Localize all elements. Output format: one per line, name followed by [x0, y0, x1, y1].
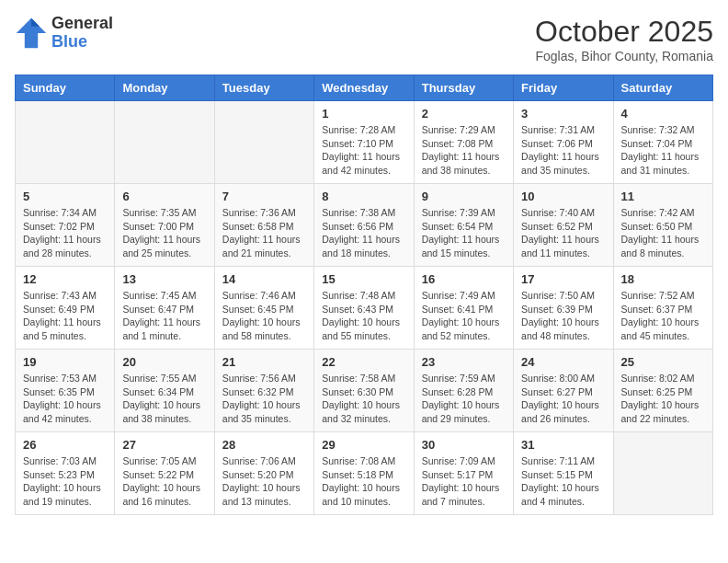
day-number: 1 [322, 107, 405, 121]
day-info: Sunrise: 8:00 AM Sunset: 6:27 PM Dayligh… [521, 372, 605, 426]
day-info: Sunrise: 7:06 AM Sunset: 5:20 PM Dayligh… [222, 454, 306, 509]
day-info: Sunrise: 7:08 AM Sunset: 5:18 PM Dayligh… [322, 454, 405, 509]
day-number: 9 [422, 190, 506, 203]
logo-blue-text: Blue [51, 33, 113, 52]
calendar-cell: 10Sunrise: 7:40 AM Sunset: 6:52 PM Dayli… [514, 184, 613, 267]
day-number: 28 [222, 438, 306, 452]
month-title: October 2025 [535, 15, 713, 49]
day-info: Sunrise: 7:52 AM Sunset: 6:37 PM Dayligh… [621, 289, 705, 343]
day-number: 5 [23, 190, 107, 203]
day-info: Sunrise: 7:46 AM Sunset: 6:45 PM Dayligh… [222, 289, 306, 343]
day-number: 10 [521, 190, 605, 203]
day-info: Sunrise: 7:42 AM Sunset: 6:50 PM Dayligh… [621, 206, 705, 260]
calendar-cell [214, 101, 313, 184]
weekday-header-tuesday: Tuesday [214, 75, 313, 101]
calendar-cell: 12Sunrise: 7:43 AM Sunset: 6:49 PM Dayli… [16, 267, 115, 350]
calendar-cell [16, 101, 115, 184]
location-title: Foglas, Bihor County, Romania [535, 49, 713, 63]
day-number: 7 [222, 190, 306, 203]
calendar-cell: 1Sunrise: 7:28 AM Sunset: 7:10 PM Daylig… [314, 101, 414, 184]
day-number: 11 [621, 190, 705, 203]
week-row-2: 5Sunrise: 7:34 AM Sunset: 7:02 PM Daylig… [16, 184, 713, 267]
page-header: General Blue October 2025 Foglas, Bihor … [15, 15, 713, 63]
day-info: Sunrise: 7:32 AM Sunset: 7:04 PM Dayligh… [621, 123, 705, 178]
day-number: 18 [621, 272, 705, 286]
calendar-cell: 2Sunrise: 7:29 AM Sunset: 7:08 PM Daylig… [414, 101, 513, 184]
calendar-cell: 19Sunrise: 7:53 AM Sunset: 6:35 PM Dayli… [16, 350, 115, 432]
weekday-header-sunday: Sunday [16, 75, 115, 101]
day-number: 24 [521, 355, 605, 369]
day-number: 12 [23, 272, 107, 286]
day-number: 20 [122, 355, 206, 369]
calendar-cell: 31Sunrise: 7:11 AM Sunset: 5:15 PM Dayli… [514, 432, 613, 515]
day-info: Sunrise: 7:39 AM Sunset: 6:54 PM Dayligh… [422, 206, 506, 260]
day-info: Sunrise: 7:40 AM Sunset: 6:52 PM Dayligh… [521, 206, 605, 260]
day-number: 13 [122, 272, 206, 286]
calendar-table: SundayMondayTuesdayWednesdayThursdayFrid… [15, 75, 713, 515]
calendar-cell: 21Sunrise: 7:56 AM Sunset: 6:32 PM Dayli… [214, 350, 313, 432]
calendar-cell [115, 101, 214, 184]
weekday-header-row: SundayMondayTuesdayWednesdayThursdayFrid… [16, 75, 713, 101]
day-number: 2 [422, 107, 506, 121]
day-number: 29 [322, 438, 405, 452]
calendar-cell: 16Sunrise: 7:49 AM Sunset: 6:41 PM Dayli… [414, 267, 513, 350]
calendar-cell: 22Sunrise: 7:58 AM Sunset: 6:30 PM Dayli… [314, 350, 414, 432]
logo-icon [15, 17, 48, 50]
calendar-cell: 29Sunrise: 7:08 AM Sunset: 5:18 PM Dayli… [314, 432, 414, 515]
day-number: 22 [322, 355, 405, 369]
day-info: Sunrise: 7:28 AM Sunset: 7:10 PM Dayligh… [322, 123, 405, 178]
calendar-cell: 7Sunrise: 7:36 AM Sunset: 6:58 PM Daylig… [214, 184, 313, 267]
week-row-4: 19Sunrise: 7:53 AM Sunset: 6:35 PM Dayli… [16, 350, 713, 432]
calendar-cell: 30Sunrise: 7:09 AM Sunset: 5:17 PM Dayli… [414, 432, 513, 515]
day-number: 21 [222, 355, 306, 369]
day-info: Sunrise: 7:36 AM Sunset: 6:58 PM Dayligh… [222, 206, 306, 260]
day-number: 14 [222, 272, 306, 286]
day-number: 25 [621, 355, 705, 369]
day-info: Sunrise: 7:53 AM Sunset: 6:35 PM Dayligh… [23, 372, 107, 426]
week-row-1: 1Sunrise: 7:28 AM Sunset: 7:10 PM Daylig… [16, 101, 713, 184]
day-number: 26 [23, 438, 107, 452]
title-section: October 2025 Foglas, Bihor County, Roman… [535, 15, 713, 63]
day-number: 8 [322, 190, 405, 203]
day-info: Sunrise: 7:03 AM Sunset: 5:23 PM Dayligh… [23, 454, 107, 509]
calendar-cell: 14Sunrise: 7:46 AM Sunset: 6:45 PM Dayli… [214, 267, 313, 350]
day-info: Sunrise: 7:31 AM Sunset: 7:06 PM Dayligh… [521, 123, 605, 178]
calendar-cell: 28Sunrise: 7:06 AM Sunset: 5:20 PM Dayli… [214, 432, 313, 515]
day-info: Sunrise: 7:38 AM Sunset: 6:56 PM Dayligh… [322, 206, 405, 260]
weekday-header-friday: Friday [514, 75, 613, 101]
day-number: 30 [422, 438, 506, 452]
day-info: Sunrise: 7:09 AM Sunset: 5:17 PM Dayligh… [422, 454, 506, 509]
weekday-header-wednesday: Wednesday [314, 75, 414, 101]
week-row-5: 26Sunrise: 7:03 AM Sunset: 5:23 PM Dayli… [16, 432, 713, 515]
calendar-cell: 11Sunrise: 7:42 AM Sunset: 6:50 PM Dayli… [613, 184, 712, 267]
day-number: 31 [521, 438, 605, 452]
calendar-cell [613, 432, 712, 515]
day-number: 17 [521, 272, 605, 286]
calendar-cell: 15Sunrise: 7:48 AM Sunset: 6:43 PM Dayli… [314, 267, 414, 350]
day-number: 4 [621, 107, 705, 121]
day-info: Sunrise: 7:11 AM Sunset: 5:15 PM Dayligh… [521, 454, 605, 509]
weekday-header-saturday: Saturday [613, 75, 712, 101]
day-info: Sunrise: 7:48 AM Sunset: 6:43 PM Dayligh… [322, 289, 405, 343]
day-info: Sunrise: 7:29 AM Sunset: 7:08 PM Dayligh… [422, 123, 506, 178]
calendar-cell: 23Sunrise: 7:59 AM Sunset: 6:28 PM Dayli… [414, 350, 513, 432]
logo: General Blue [15, 15, 113, 52]
calendar-cell: 27Sunrise: 7:05 AM Sunset: 5:22 PM Dayli… [115, 432, 214, 515]
day-info: Sunrise: 7:34 AM Sunset: 7:02 PM Dayligh… [23, 206, 107, 260]
weekday-header-monday: Monday [115, 75, 214, 101]
svg-marker-1 [31, 18, 40, 27]
day-info: Sunrise: 8:02 AM Sunset: 6:25 PM Dayligh… [621, 372, 705, 426]
calendar-cell: 25Sunrise: 8:02 AM Sunset: 6:25 PM Dayli… [613, 350, 712, 432]
week-row-3: 12Sunrise: 7:43 AM Sunset: 6:49 PM Dayli… [16, 267, 713, 350]
day-info: Sunrise: 7:49 AM Sunset: 6:41 PM Dayligh… [422, 289, 506, 343]
day-number: 23 [422, 355, 506, 369]
day-info: Sunrise: 7:58 AM Sunset: 6:30 PM Dayligh… [322, 372, 405, 426]
day-info: Sunrise: 7:50 AM Sunset: 6:39 PM Dayligh… [521, 289, 605, 343]
day-info: Sunrise: 7:05 AM Sunset: 5:22 PM Dayligh… [122, 454, 206, 509]
day-info: Sunrise: 7:43 AM Sunset: 6:49 PM Dayligh… [23, 289, 107, 343]
calendar-cell: 8Sunrise: 7:38 AM Sunset: 6:56 PM Daylig… [314, 184, 414, 267]
calendar-cell: 5Sunrise: 7:34 AM Sunset: 7:02 PM Daylig… [16, 184, 115, 267]
day-number: 16 [422, 272, 506, 286]
day-number: 6 [122, 190, 206, 203]
day-number: 27 [122, 438, 206, 452]
